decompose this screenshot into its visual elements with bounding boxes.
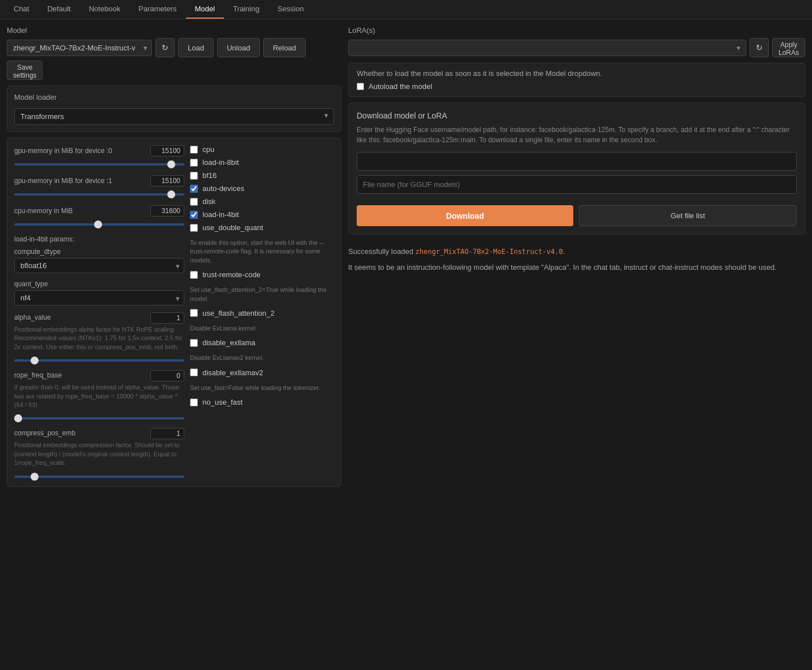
bf16-label[interactable]: bf16 xyxy=(202,171,217,180)
disk-checkbox-item: disk xyxy=(190,197,334,206)
quant-type-label: quant_type xyxy=(14,280,184,288)
flash-attn-checkbox[interactable] xyxy=(190,309,198,317)
no-use-fast-note: Set use_fast=False while loading the tok… xyxy=(190,384,334,392)
use-double-quant-checkbox[interactable] xyxy=(190,224,198,232)
quant-type-select[interactable]: nf4 fp4 xyxy=(14,290,184,306)
no-use-fast-checkbox-item: no_use_fast xyxy=(190,398,334,406)
compress-pos-emb-section: compress_pos_emb 1 Positional embeddings… xyxy=(14,428,184,479)
alpha-desc: Positional embeddings alpha factor for N… xyxy=(14,325,184,351)
load-button[interactable]: Load xyxy=(178,38,214,57)
autoload-label[interactable]: Autoload the model xyxy=(369,82,432,91)
quant-type-param: quant_type nf4 fp4 ▾ xyxy=(14,280,184,306)
disk-label[interactable]: disk xyxy=(202,197,215,206)
load-4bit-checkbox[interactable] xyxy=(190,211,198,219)
auto-devices-checkbox[interactable] xyxy=(190,185,198,193)
disable-exllamav2-label[interactable]: disable_exllamav2 xyxy=(202,368,263,377)
load-4bit-label[interactable]: load-in-4bit xyxy=(202,210,239,219)
left-panel: Model zhengr_MixTAO-7Bx2-MoE-Instruct-v … xyxy=(7,26,341,487)
trust-remote-label[interactable]: trust-remote-code xyxy=(202,270,261,279)
download-filename-input[interactable] xyxy=(357,175,797,194)
gpu-memory-0-row: gpu-memory in MiB for device :0 15100 xyxy=(14,145,184,167)
nav-training[interactable]: Training xyxy=(224,0,268,19)
cpu-memory-label: cpu-memory in MiB xyxy=(14,207,73,215)
disable-exllamav2-note: Disable ExLlamav2 kernel. xyxy=(190,354,334,362)
nav-default[interactable]: Default xyxy=(38,0,79,19)
cpu-memory-row: cpu-memory in MiB 31600 xyxy=(14,205,184,227)
no-use-fast-label[interactable]: no_use_fast xyxy=(202,398,243,406)
rope-freq-slider[interactable] xyxy=(14,417,184,419)
trust-remote-note: To enable this option, start the web UI … xyxy=(190,239,334,265)
alpha-value-label: alpha_value xyxy=(14,313,51,321)
unload-button[interactable]: Unload xyxy=(217,38,260,57)
download-button[interactable]: Download xyxy=(357,205,573,226)
compute-dtype-select[interactable]: bfloat16 float16 float32 xyxy=(14,258,184,273)
compute-dtype-label: compute_dtype xyxy=(14,248,184,256)
lora-refresh-button[interactable]: ↻ xyxy=(750,38,769,57)
nav-notebook[interactable]: Notebook xyxy=(80,0,130,19)
disk-checkbox[interactable] xyxy=(190,198,198,206)
model-select-wrapper: zhengr_MixTAO-7Bx2-MoE-Instruct-v ▾ xyxy=(7,40,152,56)
model-loader-select[interactable]: Transformers xyxy=(14,108,334,125)
use-double-quant-label[interactable]: use_double_quant xyxy=(202,223,263,232)
model-select[interactable]: zhengr_MixTAO-7Bx2-MoE-Instruct-v xyxy=(7,40,152,56)
auto-devices-checkbox-item: auto-devices xyxy=(190,184,334,193)
alpha-value-display: 1 xyxy=(150,312,184,324)
rope-freq-section: rope_freq_base 0 If greater than 0, will… xyxy=(14,370,184,421)
get-file-list-button[interactable]: Get file list xyxy=(579,205,797,226)
status-loaded-row: Successfully loaded zhengr_MixTAO-7Bx2-M… xyxy=(348,246,805,257)
load-8bit-checkbox-item: load-in-8bit xyxy=(190,158,334,167)
auto-devices-label[interactable]: auto-devices xyxy=(202,184,244,193)
compress-pos-emb-value: 1 xyxy=(150,428,184,439)
cpu-label[interactable]: cpu xyxy=(202,145,214,154)
apply-loras-button[interactable]: ApplyLoRAs xyxy=(772,38,805,57)
lora-row: ▾ ↻ ApplyLoRAs xyxy=(348,38,805,57)
nav-chat[interactable]: Chat xyxy=(5,0,38,19)
trust-remote-checkbox[interactable] xyxy=(190,271,198,279)
load-4bit-label: load-in-4bit params: xyxy=(14,235,184,243)
cpu-checkbox[interactable] xyxy=(190,146,198,154)
rope-freq-desc: If greater than 0, will be used instead … xyxy=(14,383,184,409)
nav-parameters[interactable]: Parameters xyxy=(129,0,185,19)
nav-model[interactable]: Model xyxy=(186,0,224,19)
compute-dtype-param: compute_dtype bfloat16 float16 float32 ▾ xyxy=(14,248,184,273)
disable-exllamav2-checkbox[interactable] xyxy=(190,368,198,376)
download-title: Download model or LoRA xyxy=(357,111,797,120)
disable-exllama-checkbox-item: disable_exllama xyxy=(190,338,334,347)
trust-remote-checkbox-item: trust-remote-code xyxy=(190,270,334,279)
load-8bit-label[interactable]: load-in-8bit xyxy=(202,158,239,167)
gpu-memory-1-slider[interactable] xyxy=(14,193,184,196)
load-4bit-checkbox-item: load-in-4bit xyxy=(190,210,334,219)
bf16-checkbox[interactable] xyxy=(190,172,198,180)
params-inner-grid: gpu-memory in MiB for device :0 15100 gp… xyxy=(14,145,334,480)
download-btn-row: Download Get file list xyxy=(357,205,797,226)
cpu-memory-slider[interactable] xyxy=(14,223,184,226)
disable-exllama-label[interactable]: disable_exllama xyxy=(202,338,255,347)
rope-freq-label: rope_freq_base xyxy=(14,371,62,379)
gpu-memory-1-label: gpu-memory in MiB for device :1 xyxy=(14,177,112,185)
compress-pos-emb-slider[interactable] xyxy=(14,476,184,478)
gpu-memory-0-slider[interactable] xyxy=(14,163,184,166)
alpha-value-slider[interactable] xyxy=(14,359,184,362)
lora-select[interactable] xyxy=(348,40,746,56)
top-nav: Chat Default Notebook Parameters Model T… xyxy=(0,0,812,19)
main-layout: Model zhengr_MixTAO-7Bx2-MoE-Instruct-v … xyxy=(0,19,812,494)
bf16-checkbox-item: bf16 xyxy=(190,171,334,180)
disable-exllama-note: Disable ExLlama kernel. xyxy=(190,324,334,333)
params-card: gpu-memory in MiB for device :0 15100 gp… xyxy=(7,138,341,487)
status-loaded-model: zhengr_MixTAO-7Bx2-MoE-Instruct-v4.0 xyxy=(416,248,563,256)
save-settings-button[interactable]: Savesettings xyxy=(7,61,43,80)
flash-attn-label[interactable]: use_flash_attention_2 xyxy=(202,309,274,317)
flash-attn-note: Set use_flash_attention_2=True while loa… xyxy=(190,286,334,303)
model-refresh-button[interactable]: ↻ xyxy=(155,38,175,57)
model-loader-label: Model loader xyxy=(14,93,334,101)
no-use-fast-checkbox[interactable] xyxy=(190,398,198,406)
autoload-checkbox[interactable] xyxy=(357,83,364,90)
reload-button[interactable]: Reload xyxy=(263,38,306,57)
download-model-input[interactable] xyxy=(357,152,797,171)
disable-exllama-checkbox[interactable] xyxy=(190,339,198,347)
load-8bit-checkbox[interactable] xyxy=(190,159,198,167)
status-section: Successfully loaded zhengr_MixTAO-7Bx2-M… xyxy=(348,246,805,273)
nav-session[interactable]: Session xyxy=(268,0,312,19)
status-info-text: It seems to be an instruction-following … xyxy=(348,262,805,273)
model-loader-card: Model loader Transformers ▾ xyxy=(7,86,341,132)
